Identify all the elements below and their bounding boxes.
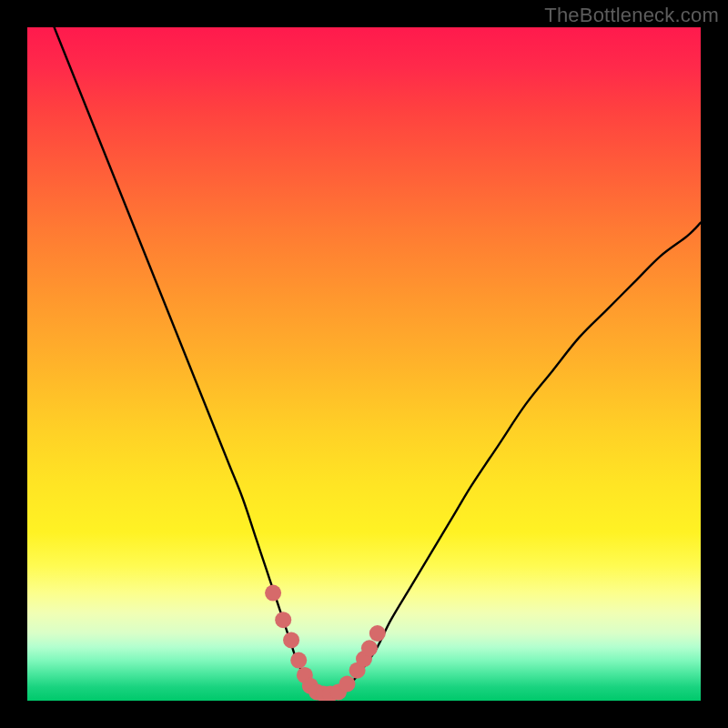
curve-marker bbox=[265, 585, 281, 602]
curve-marker bbox=[290, 652, 307, 669]
bottleneck-curve bbox=[27, 27, 701, 701]
curve-marker bbox=[275, 612, 291, 628]
watermark-text: TheBottleneck.com bbox=[544, 4, 719, 27]
curve-marker bbox=[369, 625, 386, 642]
curve-marker bbox=[283, 632, 299, 648]
curve-marker bbox=[339, 676, 356, 693]
curve-path bbox=[55, 27, 701, 694]
chart-frame: TheBottleneck.com bbox=[0, 0, 728, 728]
plot-area bbox=[27, 27, 701, 701]
curve-marker bbox=[361, 640, 378, 656]
